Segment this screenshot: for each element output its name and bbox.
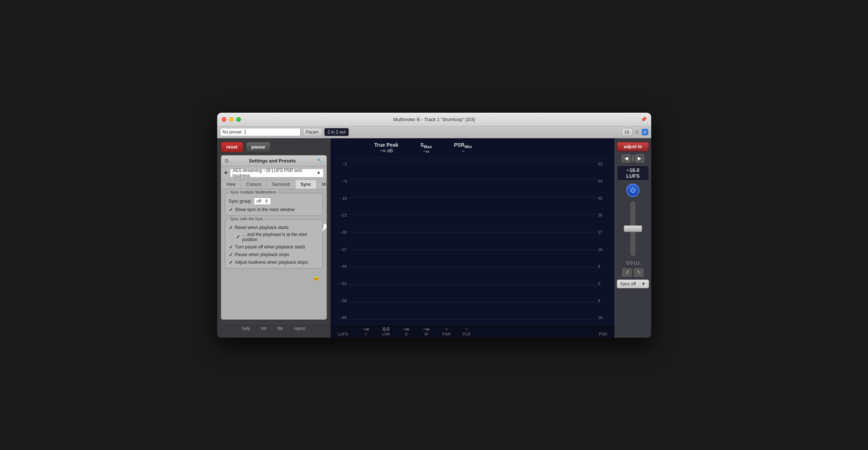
nav-arrows: ◀ ▶: [622, 154, 644, 162]
show-sync-check[interactable]: ✓: [229, 207, 233, 213]
settings-header: ⧉ Settings and Presets 🔧: [221, 155, 327, 166]
help-link[interactable]: help: [242, 326, 250, 331]
reset-button[interactable]: reset: [221, 142, 243, 152]
adjust-loudness-label: Adjust loudness when playback stops: [235, 260, 308, 265]
footer-i: −∞ I: [356, 326, 376, 336]
preset-dropdown[interactable]: No preset ▲▼: [220, 128, 301, 136]
preset-label: No preset: [223, 130, 242, 135]
meter-header: True Peak −∞ dB SMax −∞ PSRMin −: [331, 138, 615, 158]
lock-icon[interactable]: 🔒: [225, 272, 323, 282]
sync-host-label: Sync with the host: [229, 217, 264, 221]
list-link[interactable]: list: [261, 326, 267, 331]
meter-footer: LUFS −∞ I 0.0 LRA −∞ S −∞: [331, 324, 615, 338]
adjust-loudness-row: ✓ Adjust loudness when playback stops: [229, 260, 319, 265]
fader-handle[interactable]: [624, 225, 642, 232]
tab-misc[interactable]: Misc: [317, 180, 327, 189]
footer-lra: 0.0 LRA: [376, 326, 396, 336]
controls-row: reset pause: [221, 142, 327, 152]
wrench-icon[interactable]: 🔧: [317, 158, 323, 164]
tab-bar: View Colours Surround Sync Misc About: [221, 180, 327, 189]
reset-playback-label: Reset when playback starts: [235, 225, 289, 230]
left-scale: −2 −9 −16 −23 −30 −37 −44 −51 −58 −65: [331, 158, 349, 323]
sync-off-select[interactable]: Sync off ▼: [617, 280, 649, 288]
lu-display: 0.0 LU: [626, 260, 639, 266]
footer-s: −∞ S: [396, 326, 416, 336]
sync-multimeters-label: Sync multiple Multimeters: [229, 190, 278, 194]
adjust-panel: adjust to ◀ ▶ −16.0 LUFS ⏻ 0.0 LU ↺ ↻ Sy…: [615, 138, 651, 338]
close-button[interactable]: [222, 117, 226, 122]
show-sync-row: ✓ Show sync in the main window: [229, 207, 319, 213]
footer-plr: − PLR: [457, 326, 477, 336]
enable-checkbox[interactable]: ✓: [642, 129, 648, 135]
psr-label: PSRMin: [454, 142, 472, 149]
fader-track: [630, 201, 635, 256]
pause-stops-label: Pause when playback stops: [235, 252, 290, 257]
sync-off-label: Sync off: [620, 281, 636, 286]
psr-column: PSRMin −: [454, 142, 472, 154]
psr-footer-label: PSR: [593, 332, 607, 336]
lufs-display: −16.0 LUFS: [617, 165, 649, 181]
sync-group-row: Sync group off ⇕: [229, 198, 319, 205]
prev-arrow[interactable]: ◀: [622, 154, 631, 162]
pause-button[interactable]: pause: [246, 142, 271, 152]
add-preset-button[interactable]: +: [224, 169, 228, 177]
io-display: 2 in 2 out: [324, 128, 349, 136]
fader-container: [630, 200, 635, 258]
settings-content: Sync multiple Multimeters Sync group off…: [221, 189, 327, 319]
adjust-loudness-check[interactable]: ✓: [229, 260, 233, 265]
main-window: Multimeter B - Track 1 "drumloop" [3/3] …: [217, 113, 651, 338]
pin-icon[interactable]: 📌: [641, 116, 647, 122]
maximize-button[interactable]: [236, 117, 241, 122]
footer-m: −∞ M: [416, 326, 437, 336]
right-scale: 63 54 45 36 27 18 9 0 9 18: [596, 158, 615, 323]
tab-surround[interactable]: Surround: [267, 180, 295, 189]
next-arrow[interactable]: ▶: [635, 154, 644, 162]
redo-button[interactable]: ↻: [634, 269, 644, 277]
power-button[interactable]: ⏻: [626, 184, 639, 197]
sync-multimeters-section: Sync multiple Multimeters Sync group off…: [225, 193, 323, 216]
true-peak-column: True Peak −∞ dB: [374, 142, 399, 153]
pause-stops-check[interactable]: ✓: [229, 252, 233, 258]
grid-lines: [349, 158, 596, 323]
minimize-button[interactable]: [229, 117, 234, 122]
preset-select[interactable]: AES streaming −16 LUFS PSR and loudness …: [230, 169, 323, 177]
turn-pause-check[interactable]: ✓: [229, 244, 233, 250]
tab-view[interactable]: View: [221, 180, 241, 189]
settings-copy-icon: ⧉: [225, 158, 229, 164]
and-playhead-check[interactable]: ✓: [236, 234, 240, 240]
and-playhead-label: ... and the playhead is at the start pos…: [242, 232, 319, 242]
turn-pause-row: ✓ Turn pause off when playback starts: [229, 244, 319, 250]
sync-group-value: off: [256, 199, 261, 204]
toolbar: No preset ▲▼ Param 2 in 2 out UI ⚙ ✓: [217, 127, 651, 138]
undo-redo: ↺ ↻: [622, 269, 644, 277]
sync-off-arrow: ▼: [641, 281, 646, 286]
window-title: Multimeter B - Track 1 "drumloop" [3/3]: [393, 117, 475, 122]
tab-sync[interactable]: Sync: [295, 180, 317, 189]
preset-value: AES streaming −16 LUFS PSR and loudness: [233, 168, 317, 178]
preset-arrows: ▲▼: [244, 129, 247, 135]
meter-panel: True Peak −∞ dB SMax −∞ PSRMin − −2 −9: [331, 138, 615, 338]
psr-value: −: [461, 149, 464, 154]
nav-divider: [633, 155, 633, 162]
ui-button[interactable]: UI: [622, 128, 633, 136]
meter-grid: −2 −9 −16 −23 −30 −37 −44 −51 −58 −65: [331, 158, 615, 323]
reset-playback-check[interactable]: ✓: [229, 225, 233, 230]
pause-stops-row: ✓ Pause when playback stops: [229, 252, 319, 258]
sync-group-dropdown[interactable]: off ⇕: [254, 198, 271, 205]
smax-label: SMax: [420, 142, 432, 149]
smax-value: −∞: [423, 149, 429, 154]
param-button[interactable]: Param: [303, 128, 322, 136]
settings-icon[interactable]: ⚙: [635, 129, 639, 135]
turn-pause-label: Turn pause off when playback starts: [235, 244, 305, 250]
traffic-lights: [222, 117, 241, 122]
show-sync-label: Show sync in the main window: [235, 207, 295, 212]
sync-host-section: Sync with the host: [225, 220, 323, 269]
adjust-to-button[interactable]: adjust to: [617, 142, 649, 151]
toolbar-right: UI ⚙ ✓: [622, 128, 648, 136]
tab-colours[interactable]: Colours: [241, 180, 267, 189]
title-bar: Multimeter B - Track 1 "drumloop" [3/3] …: [217, 113, 651, 127]
file-link[interactable]: file: [278, 326, 283, 331]
report-link[interactable]: report: [294, 326, 305, 331]
lufs-footer-label: LUFS: [338, 332, 356, 336]
undo-button[interactable]: ↺: [622, 269, 632, 277]
